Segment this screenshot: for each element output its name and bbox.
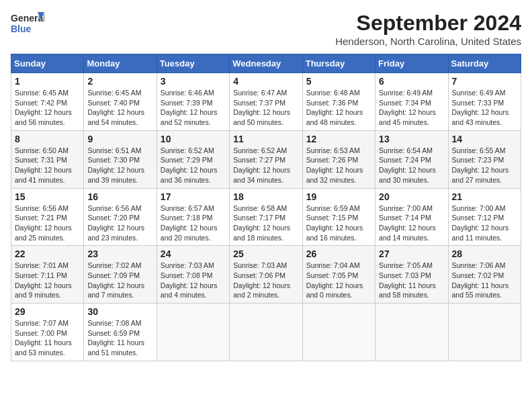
day-number: 20 <box>379 191 444 202</box>
day-detail: Sunrise: 6:59 AMSunset: 7:15 PMDaylight:… <box>306 203 371 243</box>
day-number: 12 <box>306 134 371 144</box>
calendar-cell: 23Sunrise: 7:02 AMSunset: 7:09 PMDayligh… <box>84 246 157 304</box>
weekday-header-thursday: Thursday <box>302 54 375 73</box>
calendar-cell: 7Sunrise: 6:49 AMSunset: 7:33 PMDaylight… <box>448 73 521 131</box>
day-number: 11 <box>233 134 298 144</box>
day-number: 21 <box>452 191 517 202</box>
day-detail: Sunrise: 7:06 AMSunset: 7:02 PMDaylight:… <box>452 261 517 300</box>
weekday-header-friday: Friday <box>375 54 448 73</box>
day-detail: Sunrise: 6:55 AMSunset: 7:23 PMDaylight:… <box>452 146 517 185</box>
day-number: 22 <box>15 248 80 259</box>
calendar-cell <box>230 304 302 361</box>
day-number: 8 <box>15 134 80 144</box>
month-title: September 2024 <box>335 11 521 36</box>
day-number: 26 <box>306 248 371 259</box>
calendar-cell: 27Sunrise: 7:05 AMSunset: 7:03 PMDayligh… <box>375 246 448 304</box>
day-detail: Sunrise: 7:03 AMSunset: 7:06 PMDaylight:… <box>233 261 298 300</box>
calendar-cell <box>157 304 229 361</box>
day-number: 10 <box>161 134 226 144</box>
weekday-header-monday: Monday <box>84 54 157 73</box>
day-detail: Sunrise: 7:07 AMSunset: 7:00 PMDaylight:… <box>15 318 80 358</box>
day-detail: Sunrise: 6:46 AMSunset: 7:39 PMDaylight:… <box>161 88 226 128</box>
calendar-cell <box>448 304 521 361</box>
calendar-cell: 15Sunrise: 6:56 AMSunset: 7:21 PMDayligh… <box>11 188 84 246</box>
calendar-cell: 20Sunrise: 7:00 AMSunset: 7:14 PMDayligh… <box>375 188 448 246</box>
weekday-header-tuesday: Tuesday <box>157 54 229 73</box>
day-number: 17 <box>161 191 226 202</box>
calendar-cell: 9Sunrise: 6:51 AMSunset: 7:30 PMDaylight… <box>84 130 157 188</box>
calendar-cell: 8Sunrise: 6:50 AMSunset: 7:31 PMDaylight… <box>11 130 84 188</box>
day-detail: Sunrise: 7:01 AMSunset: 7:11 PMDaylight:… <box>15 261 80 300</box>
calendar-cell: 30Sunrise: 7:08 AMSunset: 6:59 PMDayligh… <box>84 304 157 361</box>
weekday-header-row: SundayMondayTuesdayWednesdayThursdayFrid… <box>11 54 521 73</box>
day-detail: Sunrise: 7:05 AMSunset: 7:03 PMDaylight:… <box>379 261 444 300</box>
calendar-cell: 1Sunrise: 6:45 AMSunset: 7:42 PMDaylight… <box>11 73 84 131</box>
day-detail: Sunrise: 6:48 AMSunset: 7:36 PMDaylight:… <box>306 88 371 128</box>
day-number: 13 <box>379 134 444 144</box>
day-number: 4 <box>233 76 298 87</box>
day-detail: Sunrise: 6:56 AMSunset: 7:20 PMDaylight:… <box>87 203 152 243</box>
day-detail: Sunrise: 6:53 AMSunset: 7:26 PMDaylight:… <box>306 146 371 185</box>
calendar-cell: 28Sunrise: 7:06 AMSunset: 7:02 PMDayligh… <box>448 246 521 304</box>
calendar-cell: 12Sunrise: 6:53 AMSunset: 7:26 PMDayligh… <box>302 130 375 188</box>
week-row-4: 22Sunrise: 7:01 AMSunset: 7:11 PMDayligh… <box>11 246 521 304</box>
calendar-cell: 3Sunrise: 6:46 AMSunset: 7:39 PMDaylight… <box>157 73 229 131</box>
calendar-cell: 5Sunrise: 6:48 AMSunset: 7:36 PMDaylight… <box>302 73 375 131</box>
logo-icon: GeneralBlue <box>11 11 44 35</box>
day-detail: Sunrise: 7:00 AMSunset: 7:12 PMDaylight:… <box>452 203 517 243</box>
day-number: 5 <box>306 76 371 87</box>
calendar-cell: 26Sunrise: 7:04 AMSunset: 7:05 PMDayligh… <box>302 246 375 304</box>
day-number: 6 <box>379 76 444 87</box>
calendar-cell: 13Sunrise: 6:54 AMSunset: 7:24 PMDayligh… <box>375 130 448 188</box>
calendar-cell: 11Sunrise: 6:52 AMSunset: 7:27 PMDayligh… <box>230 130 302 188</box>
day-number: 16 <box>87 191 152 202</box>
day-number: 9 <box>87 134 152 144</box>
calendar-cell: 10Sunrise: 6:52 AMSunset: 7:29 PMDayligh… <box>157 130 229 188</box>
week-row-5: 29Sunrise: 7:07 AMSunset: 7:00 PMDayligh… <box>11 304 521 361</box>
location-title: Henderson, North Carolina, United States <box>335 36 521 47</box>
week-row-2: 8Sunrise: 6:50 AMSunset: 7:31 PMDaylight… <box>11 130 521 188</box>
day-detail: Sunrise: 7:08 AMSunset: 6:59 PMDaylight:… <box>87 318 152 358</box>
day-number: 24 <box>161 248 226 259</box>
day-detail: Sunrise: 6:47 AMSunset: 7:37 PMDaylight:… <box>233 88 298 128</box>
day-number: 19 <box>306 191 371 202</box>
calendar-cell <box>302 304 375 361</box>
day-number: 30 <box>87 306 152 317</box>
header: GeneralBlue September 2024 Henderson, No… <box>11 11 521 47</box>
calendar-cell: 21Sunrise: 7:00 AMSunset: 7:12 PMDayligh… <box>448 188 521 246</box>
weekday-header-saturday: Saturday <box>448 54 521 73</box>
day-detail: Sunrise: 6:51 AMSunset: 7:30 PMDaylight:… <box>87 146 152 185</box>
day-detail: Sunrise: 6:58 AMSunset: 7:17 PMDaylight:… <box>233 203 298 243</box>
day-number: 18 <box>233 191 298 202</box>
calendar-cell: 19Sunrise: 6:59 AMSunset: 7:15 PMDayligh… <box>302 188 375 246</box>
day-detail: Sunrise: 6:45 AMSunset: 7:42 PMDaylight:… <box>15 88 80 128</box>
day-number: 1 <box>15 76 80 87</box>
week-row-3: 15Sunrise: 6:56 AMSunset: 7:21 PMDayligh… <box>11 188 521 246</box>
logo: GeneralBlue <box>11 11 44 35</box>
day-number: 7 <box>452 76 517 87</box>
day-detail: Sunrise: 7:00 AMSunset: 7:14 PMDaylight:… <box>379 203 444 243</box>
day-detail: Sunrise: 6:45 AMSunset: 7:40 PMDaylight:… <box>87 88 152 128</box>
weekday-header-sunday: Sunday <box>11 54 84 73</box>
day-number: 15 <box>15 191 80 202</box>
calendar-cell: 2Sunrise: 6:45 AMSunset: 7:40 PMDaylight… <box>84 73 157 131</box>
day-detail: Sunrise: 6:50 AMSunset: 7:31 PMDaylight:… <box>15 146 80 185</box>
calendar-cell: 6Sunrise: 6:49 AMSunset: 7:34 PMDaylight… <box>375 73 448 131</box>
day-number: 14 <box>452 134 517 144</box>
calendar-cell: 16Sunrise: 6:56 AMSunset: 7:20 PMDayligh… <box>84 188 157 246</box>
day-number: 28 <box>452 248 517 259</box>
day-detail: Sunrise: 6:57 AMSunset: 7:18 PMDaylight:… <box>161 203 226 243</box>
calendar-table: SundayMondayTuesdayWednesdayThursdayFrid… <box>11 54 521 361</box>
day-number: 25 <box>233 248 298 259</box>
day-number: 27 <box>379 248 444 259</box>
day-detail: Sunrise: 7:04 AMSunset: 7:05 PMDaylight:… <box>306 261 371 300</box>
day-detail: Sunrise: 6:49 AMSunset: 7:33 PMDaylight:… <box>452 88 517 128</box>
day-detail: Sunrise: 6:54 AMSunset: 7:24 PMDaylight:… <box>379 146 444 185</box>
day-detail: Sunrise: 7:02 AMSunset: 7:09 PMDaylight:… <box>87 261 152 300</box>
calendar-cell: 25Sunrise: 7:03 AMSunset: 7:06 PMDayligh… <box>230 246 302 304</box>
day-number: 29 <box>15 306 80 317</box>
calendar-cell: 24Sunrise: 7:03 AMSunset: 7:08 PMDayligh… <box>157 246 229 304</box>
svg-text:Blue: Blue <box>11 24 32 34</box>
weekday-header-wednesday: Wednesday <box>230 54 302 73</box>
day-detail: Sunrise: 6:56 AMSunset: 7:21 PMDaylight:… <box>15 203 80 243</box>
